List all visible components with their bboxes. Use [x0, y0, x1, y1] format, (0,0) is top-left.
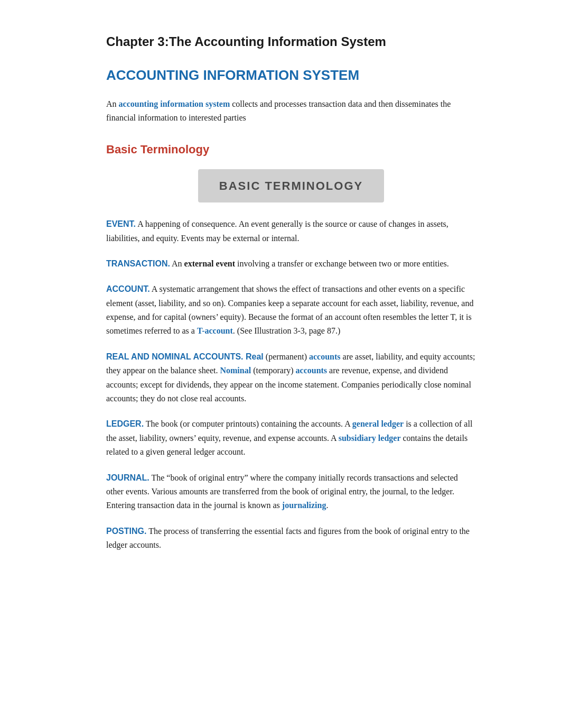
term-body-posting: The process of transferring the essentia… [106, 527, 470, 549]
term-block-transaction: TRANSACTION. An external event involving… [106, 257, 476, 271]
term-body-account-part2: . (See Illustration 3-3, page 87.) [233, 326, 341, 335]
term-body-rn-part3: (temporary) [251, 366, 295, 375]
term-body-transaction-part2: involving a transfer or exchange between… [235, 259, 449, 268]
term-body-rn-link3: accounts [296, 366, 328, 375]
term-block-real-nominal: REAL AND NOMINAL ACCOUNTS. Real (permane… [106, 350, 476, 406]
term-label-transaction: TRANSACTION. [106, 259, 170, 268]
term-body-transaction-part1: An [170, 259, 184, 268]
chapter-title: Chapter 3:The Accounting Information Sys… [106, 32, 476, 52]
term-body-journal-link1: journalizing [282, 501, 326, 510]
term-block-event: EVENT. A happening of consequence. An ev… [106, 217, 476, 245]
intro-text-before: An [106, 99, 119, 108]
term-body-rn-link2: Nominal [220, 366, 251, 375]
term-body-ledger-link2: subsidiary ledger [339, 434, 401, 443]
page-content: Chapter 3:The Accounting Information Sys… [64, 0, 497, 606]
term-label-real-nominal: REAL AND NOMINAL ACCOUNTS. [106, 352, 244, 361]
intro-paragraph: An accounting information system collect… [106, 97, 476, 125]
term-body-account-link: T-account [197, 326, 233, 335]
term-block-journal: JOURNAL. The “book of original entry” wh… [106, 471, 476, 513]
term-label-posting: POSTING. [106, 527, 146, 536]
basic-terminology-banner: BASIC TERMINOLOGY [198, 169, 384, 202]
term-body-rn-link1: accounts [309, 352, 341, 361]
term-body-transaction-bold: external event [184, 259, 235, 268]
term-block-account: ACCOUNT. A systematic arrangement that s… [106, 282, 476, 338]
term-body-ledger-part1: The book (or computer printouts) contain… [144, 419, 352, 428]
term-body-event: A happening of consequence. An event gen… [106, 219, 448, 242]
term-label-ledger: LEDGER. [106, 419, 144, 428]
term-body-ledger-link1: general ledger [352, 419, 404, 428]
term-label-journal: JOURNAL. [106, 473, 149, 482]
term-label-real-suffix: Real [244, 352, 264, 361]
term-body-rn-part1: (permanent) [264, 352, 309, 361]
subsection-title: Basic Terminology [106, 140, 476, 159]
term-label-account: ACCOUNT. [106, 284, 150, 293]
term-block-ledger: LEDGER. The book (or computer printouts)… [106, 417, 476, 459]
section-title: ACCOUNTING INFORMATION SYSTEM [106, 64, 476, 87]
accounting-information-system-link: accounting information system [119, 99, 230, 108]
term-body-journal-part2: . [326, 501, 328, 510]
term-label-event: EVENT. [106, 219, 136, 228]
term-block-posting: POSTING. The process of transferring the… [106, 524, 476, 552]
banner-container: BASIC TERMINOLOGY [106, 169, 476, 202]
